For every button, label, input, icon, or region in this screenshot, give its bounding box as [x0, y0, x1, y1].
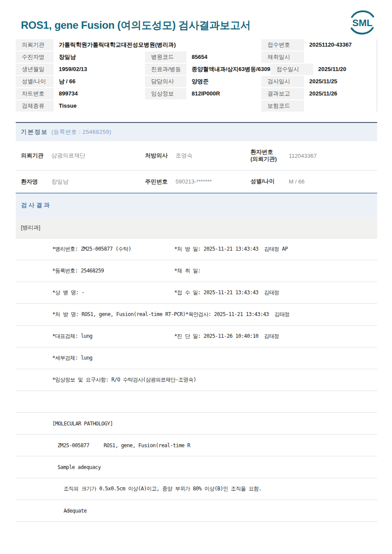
field-label: 환자번호 (의뢰기관): [250, 149, 289, 163]
result-row: *등록번호: 25468259 *채 취 일:: [16, 260, 377, 282]
field-value: 2025/11/26: [304, 88, 377, 99]
basic-info-row: 의뢰기관 삼광의료재단 처방의사 조영숙 환자번호 (의뢰기관) 1120433…: [16, 141, 377, 170]
result-right: *육안검사: 2025-11-21 13:43:43 김태정: [186, 311, 377, 318]
field-label: 성별/나이: [250, 178, 289, 185]
field-label: 환자명: [21, 178, 51, 186]
field-value: 899734: [54, 88, 145, 99]
field-value: [304, 100, 377, 112]
field-label: 수진자명: [16, 51, 54, 63]
table-row: 생년월일 1959/02/13 진료과/병동 종양혈액내과/상지63병동/630…: [16, 64, 377, 75]
field-label: 진료과/병동: [145, 64, 186, 75]
result-right: *진 단 일: 2025-11-26 10:40:10 김태정: [174, 333, 377, 340]
department-band: [병리과]: [16, 217, 377, 238]
table-row: 성별/나이 남 / 66 담당의사 양영준 검사일시 2025/11/25: [16, 76, 377, 87]
result-row: ZM25-005877 ROS1, gene, Fusion(real-time…: [16, 435, 377, 456]
field-label: 성별/나이: [16, 76, 54, 87]
table-row: 의뢰기관 가톨릭학원가톨릭대학교대전성모병원(병리과) 접수번호 2025112…: [16, 39, 377, 51]
field-value: 812IP000R: [186, 88, 261, 99]
result-right: *접 수 일: 2025-11-21 13:43:43 김태정: [174, 289, 377, 296]
result-left: *임상정보 및 요구사항: R/O 수탁검사(삼광의료재단-조영숙): [52, 376, 377, 384]
field-value: M / 66: [289, 178, 377, 185]
basic-info-row: 환자명 장일남 주민번호 590213-******* 성별/나이 M / 66: [16, 170, 377, 193]
field-label-line1: 환자번호: [250, 149, 289, 156]
field-value: 2025/11/20: [313, 64, 377, 75]
field-label: 보험코드: [261, 100, 304, 112]
field-value: 590213-*******: [176, 178, 250, 185]
field-value: 2025/11/25: [304, 76, 377, 87]
result-left: *상 병 명: -: [52, 289, 174, 296]
result-left: *처 방 명: ROS1, gene, Fusion(real-time RT-…: [52, 311, 186, 318]
field-value: 85654: [186, 51, 261, 63]
registration-number: (등록번호 : 25468259): [51, 128, 112, 136]
result-left: 조직의 크기가 0.5x0.5cm 이상(A)이고, 종양 부위가 80% 이상…: [64, 485, 377, 493]
field-label: 검체종류: [16, 100, 54, 112]
result-left: Adequate: [64, 508, 377, 514]
result-row: *세부검체: lung: [16, 347, 377, 369]
section-results: 검사결과 [병리과] *병리번호: ZM25-005877 (수탁) *처 방 …: [16, 193, 377, 522]
result-row: *처 방 명: ROS1, gene, Fusion(real-time RT-…: [16, 304, 377, 326]
result-row: [MOLECULAR PATHOLOGY]: [16, 413, 377, 435]
result-row: Adequate: [16, 500, 377, 522]
result-right: *채 취 일:: [174, 267, 377, 275]
section-title: 검사결과: [21, 201, 51, 209]
field-label: 임상정보: [145, 88, 186, 99]
results-header: 검사결과: [16, 194, 377, 217]
svg-text:SML: SML: [352, 17, 372, 28]
field-value: [304, 51, 377, 63]
sml-logo-icon: SML: [346, 10, 379, 35]
result-left: *세부검체: lung: [52, 354, 377, 362]
result-row-empty: [16, 391, 377, 413]
result-row: *상 병 명: - *접 수 일: 2025-11-21 13:43:43 김태…: [16, 282, 377, 304]
page-title: ROS1, gene Fusion (여의도성모) 검사결과보고서: [21, 18, 250, 32]
result-left: [MOLECULAR PATHOLOGY]: [52, 421, 377, 427]
field-label: 의뢰기관: [21, 152, 51, 160]
field-value: 조영숙: [176, 152, 250, 160]
field-value: 112043367: [289, 153, 377, 159]
result-row: *임상정보 및 요구사항: R/O 수탁검사(삼광의료재단-조영숙): [16, 369, 377, 391]
report-header: ROS1, gene Fusion (여의도성모) 검사결과보고서 SML: [16, 0, 377, 39]
field-value: 1959/02/13: [54, 64, 145, 75]
field-value: 20251120-43367: [304, 39, 377, 51]
table-row: 수진자명 장일남 병원코드 85654 채취일시: [16, 51, 377, 63]
field-value: Tissue: [54, 100, 261, 112]
basic-info-header: 기본정보 (등록번호 : 25468259): [16, 123, 377, 141]
field-label: 검사일시: [261, 76, 304, 87]
result-row: *대표검체: lung *진 단 일: 2025-11-26 10:40:10 …: [16, 326, 377, 347]
section-basic-info: 기본정보 (등록번호 : 25468259) 의뢰기관 삼광의료재단 처방의사 …: [16, 122, 377, 193]
field-label: 처방의사: [145, 152, 176, 160]
section-title: 기본정보: [21, 128, 48, 136]
field-label: 접수번호: [261, 39, 304, 51]
table-row: 차트번호 899734 임상정보 812IP000R 결과보고 2025/11/…: [16, 88, 377, 99]
result-left: ZM25-005877 ROS1, gene, Fusion(real-time…: [57, 442, 377, 449]
field-label: 접수일시: [270, 64, 313, 75]
result-left: *병리번호: ZM25-005877 (수탁): [52, 245, 174, 253]
result-row: 조직의 크기가 0.5x0.5cm 이상(A)이고, 종양 부위가 80% 이상…: [16, 478, 377, 500]
field-value: 남 / 66: [54, 76, 145, 87]
patient-info-table: 의뢰기관 가톨릭학원가톨릭대학교대전성모병원(병리과) 접수번호 2025112…: [16, 39, 377, 112]
table-row: 검체종류 Tissue 보험코드: [16, 100, 377, 112]
sml-logo: SML: [346, 10, 379, 37]
result-right: *처 방 일: 2025-11-21 13:43:43 김태정 AP: [174, 245, 377, 253]
field-value: 가톨릭학원가톨릭대학교대전성모병원(병리과): [54, 39, 261, 51]
result-left: *대표검체: lung: [52, 333, 174, 340]
field-value: 종양혈액내과/상지63병동/6309: [186, 64, 270, 75]
field-label: 의뢰기관: [16, 39, 54, 51]
field-label: 결과보고: [261, 88, 304, 99]
field-value: 장일남: [51, 178, 145, 186]
field-label: 병원코드: [145, 51, 186, 63]
field-label: 주민번호: [145, 178, 176, 186]
field-value: 양영준: [186, 76, 261, 87]
field-label-line2: (의뢰기관): [250, 156, 289, 163]
result-row: *병리번호: ZM25-005877 (수탁) *처 방 일: 2025-11-…: [16, 238, 377, 260]
field-label: 차트번호: [16, 88, 54, 99]
result-row: Sample adequacy: [16, 456, 377, 478]
field-label: 담당의사: [145, 76, 186, 87]
field-value: 장일남: [54, 51, 145, 63]
result-left: *등록번호: 25468259: [52, 267, 174, 275]
field-label: 생년월일: [16, 64, 54, 75]
result-left: Sample adequacy: [57, 464, 377, 470]
field-label: 채취일시: [261, 51, 304, 63]
field-value: 삼광의료재단: [51, 152, 145, 160]
result-rows: *병리번호: ZM25-005877 (수탁) *처 방 일: 2025-11-…: [16, 238, 377, 522]
